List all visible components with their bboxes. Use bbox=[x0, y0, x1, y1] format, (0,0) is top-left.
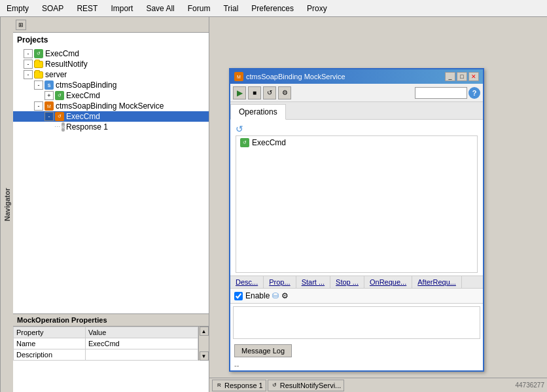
menu-preferences[interactable]: Preferences bbox=[245, 2, 300, 15]
status-right-text: 44736277 bbox=[516, 382, 545, 389]
expander-execcmd2[interactable]: + bbox=[44, 91, 54, 100]
expander-execcmd3[interactable]: - bbox=[44, 112, 54, 121]
response-icon: ⋯ R bbox=[55, 122, 64, 132]
prop-scroll-up[interactable]: ▲ bbox=[200, 327, 209, 336]
prop-col-header: Property bbox=[14, 327, 86, 338]
projects-label: Projects bbox=[13, 33, 209, 47]
tree-label-execcmd2: ExecCmd bbox=[66, 91, 100, 100]
tab-stop[interactable]: Stop ... bbox=[330, 276, 364, 288]
menu-proxy[interactable]: Proxy bbox=[300, 2, 334, 15]
window-close-btn[interactable]: ✕ bbox=[468, 72, 479, 81]
window-title: ctmsSoapBinding MockService bbox=[246, 73, 345, 80]
menu-bar: Empty SOAP REST Import Save All Forum Tr… bbox=[0, 0, 547, 17]
properties-title: MockOperation Properties bbox=[13, 314, 209, 327]
tree-label-resultnotify: ResultNotify bbox=[45, 60, 88, 69]
expander-ctmssoapbinding[interactable]: - bbox=[34, 80, 43, 90]
tree-item-execcmd3[interactable]: - ↺ ExecCmd bbox=[13, 111, 209, 122]
ops-item-icon: ↺ bbox=[240, 138, 249, 147]
tab-prop[interactable]: Prop... bbox=[264, 276, 296, 288]
toolbar-grid-icon[interactable]: ⊞ bbox=[16, 20, 26, 30]
prop-desc-value[interactable] bbox=[86, 349, 198, 361]
enable-checkbox[interactable] bbox=[234, 292, 243, 300]
tab-start[interactable]: Start ... bbox=[296, 276, 330, 288]
content-area: M ctmsSoapBinding MockService _ □ ✕ ▶ ■ … bbox=[209, 17, 547, 392]
settings-button[interactable]: ⚙ bbox=[278, 86, 291, 99]
mock-icon-ctms: M bbox=[44, 101, 54, 111]
tab-desc[interactable]: Desc... bbox=[230, 276, 264, 288]
prop-row-description: Description bbox=[14, 349, 198, 361]
status-resultnotify[interactable]: ↺ ResultNotifyServi... bbox=[268, 380, 345, 391]
ops-list-item-execcmd[interactable]: ↺ ExecCmd bbox=[236, 136, 477, 149]
operation-icon-execcmd1: ↺ bbox=[34, 49, 43, 58]
menu-empty[interactable]: Empty bbox=[0, 2, 35, 15]
folder-icon-resultnotify bbox=[34, 60, 43, 69]
tree-item-ctmssoapbinding[interactable]: - S ctmsSoapBinding bbox=[13, 80, 209, 90]
properties-panel: MockOperation Properties Property Value … bbox=[13, 313, 209, 392]
tree-label-execcmd3: ExecCmd bbox=[66, 112, 100, 121]
status-resultnotify-icon: ↺ bbox=[271, 382, 279, 389]
prop-row-name: Name ExecCmd bbox=[14, 338, 198, 349]
tree-item-server[interactable]: - server bbox=[13, 69, 209, 80]
tab-operations[interactable]: Operations bbox=[230, 104, 286, 120]
enable-row: Enable ⛁ ⚙ bbox=[230, 289, 483, 304]
status-bar: R Response 1 ↺ ResultNotifyServi... 4473… bbox=[209, 378, 547, 392]
status-resultnotify-label: ResultNotifyServi... bbox=[280, 382, 342, 389]
tree-label-ctmssoapbinding: ctmsSoapBinding bbox=[56, 80, 116, 90]
mock-bottom-tabs: Desc... Prop... Start ... Stop ... OnReq… bbox=[230, 276, 483, 289]
play-button[interactable]: ▶ bbox=[233, 86, 246, 99]
stop-button[interactable]: ■ bbox=[248, 86, 261, 99]
menu-rest[interactable]: REST bbox=[70, 2, 104, 15]
navigator-tab[interactable]: Navigator bbox=[0, 17, 13, 392]
window-title-left: M ctmsSoapBinding MockService bbox=[234, 72, 345, 81]
menu-import[interactable]: Import bbox=[104, 2, 139, 15]
tree-label-server: server bbox=[45, 70, 67, 79]
window-minimize-btn[interactable]: _ bbox=[445, 72, 455, 81]
folder-icon-server bbox=[34, 70, 43, 79]
enable-icon1[interactable]: ⛁ bbox=[272, 291, 279, 300]
help-button[interactable]: ? bbox=[468, 87, 480, 99]
expander-resultnotify[interactable]: - bbox=[24, 60, 33, 69]
mock-op-icon-execcmd3: ↺ bbox=[55, 112, 64, 121]
ops-refresh-row: ↺ bbox=[233, 122, 480, 135]
tree-item-resultnotify[interactable]: - ResultNotify bbox=[13, 59, 209, 69]
prop-name-label: Name bbox=[14, 338, 86, 349]
operations-tab-bar: Operations bbox=[230, 102, 483, 120]
service-icon-ctms: S bbox=[44, 80, 54, 90]
enable-settings-icon[interactable]: ⚙ bbox=[281, 291, 289, 300]
reload-button[interactable]: ↺ bbox=[263, 86, 276, 99]
ops-refresh-icon[interactable]: ↺ bbox=[236, 124, 243, 134]
window-controls: _ □ ✕ bbox=[445, 72, 479, 81]
left-panel: ⊞ Projects - ↺ ExecCmd - ResultNotify bbox=[13, 17, 209, 392]
tree-view: - ↺ ExecCmd - ResultNotify - server bbox=[13, 47, 209, 313]
window-icon: M bbox=[234, 72, 243, 81]
operations-list[interactable]: ↺ ExecCmd bbox=[236, 135, 478, 273]
tab-onrequest[interactable]: OnReque... bbox=[364, 276, 412, 288]
menu-trial[interactable]: Trial bbox=[217, 2, 245, 15]
prop-scroll-down[interactable]: ▼ bbox=[200, 351, 209, 361]
status-response1[interactable]: R Response 1 bbox=[212, 380, 266, 391]
tree-item-ctmsmock[interactable]: - M ctmsSoapBinding MockService bbox=[13, 101, 209, 111]
ops-content: ↺ ↺ ExecCmd bbox=[230, 120, 483, 276]
tab-afterrequest[interactable]: AfterRequ... bbox=[412, 276, 462, 288]
expander-execcmd1[interactable]: - bbox=[24, 49, 33, 58]
mock-window-titlebar: M ctmsSoapBinding MockService _ □ ✕ bbox=[230, 69, 483, 84]
enable-label: Enable bbox=[245, 291, 270, 300]
tree-item-execcmd2[interactable]: + ↺ ExecCmd bbox=[13, 90, 209, 101]
mock-toolbar: ▶ ■ ↺ ⚙ ? bbox=[230, 84, 483, 102]
msg-separator: -- bbox=[230, 360, 483, 370]
message-log-button[interactable]: Message Log bbox=[234, 344, 292, 357]
message-area[interactable] bbox=[233, 306, 480, 339]
mock-search: ? bbox=[415, 87, 480, 99]
panel-toolbar: ⊞ bbox=[13, 17, 209, 33]
window-maximize-btn[interactable]: □ bbox=[457, 72, 467, 81]
mock-search-input[interactable] bbox=[415, 87, 467, 99]
menu-save-all[interactable]: Save All bbox=[139, 2, 181, 15]
menu-soap[interactable]: SOAP bbox=[35, 2, 70, 15]
mock-service-window: M ctmsSoapBinding MockService _ □ ✕ ▶ ■ … bbox=[229, 68, 484, 372]
expander-ctmsmock[interactable]: - bbox=[34, 101, 43, 111]
menu-forum[interactable]: Forum bbox=[181, 2, 217, 15]
tree-item-execcmd1[interactable]: - ↺ ExecCmd bbox=[13, 48, 209, 59]
prop-name-value[interactable]: ExecCmd bbox=[86, 338, 198, 349]
tree-item-response1[interactable]: ⋯ R Response 1 bbox=[13, 122, 209, 132]
expander-server[interactable]: - bbox=[24, 70, 33, 79]
